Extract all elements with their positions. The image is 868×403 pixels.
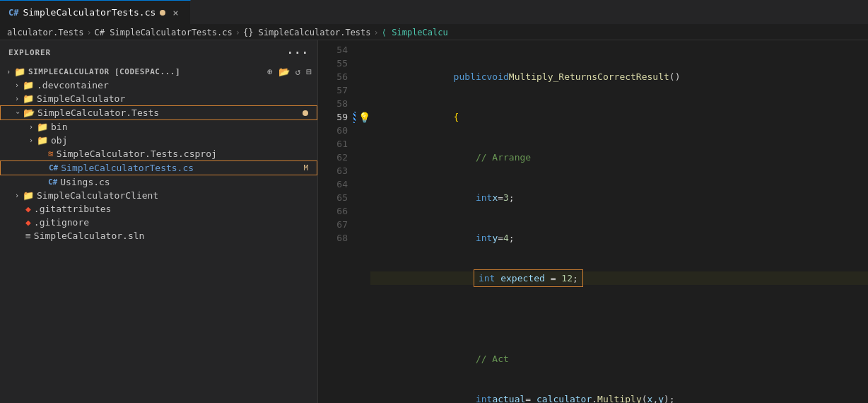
sidebar-item-devcontainer[interactable]: › 📁 .devcontainer xyxy=(0,78,317,92)
explorer-title: EXPLORER xyxy=(8,48,51,57)
devcontainer-label: .devcontainer xyxy=(37,80,317,90)
code-editor[interactable]: public void Multiply_ReturnsCorrectResul… xyxy=(370,43,868,403)
tab-modified-indicator xyxy=(160,10,165,16)
folder-arrow: › xyxy=(25,136,37,144)
code-gutter: 💡 xyxy=(353,43,370,403)
more-actions-icon[interactable]: ··· xyxy=(286,46,309,59)
code-line-55: { xyxy=(370,110,868,124)
line-numbers: 54 55 56 57 58 59 60 61 62 63 64 65 66 6… xyxy=(318,43,353,403)
folder-icon: 📁 xyxy=(37,135,48,146)
simplecalculator-label: SimpleCalculator xyxy=(37,93,317,104)
git-icon: ◆ xyxy=(25,204,31,214)
simplecalculatortests-cs-label: SimpleCalculatorTests.cs xyxy=(61,163,303,173)
folder-open-icon: 📂 xyxy=(23,107,35,118)
sidebar-item-gitattributes[interactable]: › ◆ .gitattributes xyxy=(0,202,317,216)
modified-badge: M xyxy=(303,163,308,173)
code-line-59: int expected = 12; xyxy=(370,271,868,285)
sidebar-item-gitignore[interactable]: › ◆ .gitignore xyxy=(0,216,317,229)
folder-icon: 📁 xyxy=(14,66,25,77)
usings-cs-label: Usings.cs xyxy=(60,177,317,187)
folder-arrow: › xyxy=(11,192,23,199)
root-actions: ⊕ 📂 ↺ ⊟ xyxy=(267,66,312,77)
breadcrumb-bar: alculator.Tests › C# SimpleCalculatorTes… xyxy=(0,25,868,40)
code-line-61: // Act xyxy=(370,352,868,366)
simplecalculatorclient-label: SimpleCalculatorClient xyxy=(37,190,317,201)
bin-label: bin xyxy=(51,122,317,132)
xml-icon: ≋ xyxy=(48,148,54,159)
folder-icon: 📁 xyxy=(23,93,34,104)
code-line-56: // Arrange xyxy=(370,151,868,164)
code-line-58: int y = 4; xyxy=(370,231,868,245)
sidebar-item-csproj[interactable]: › ≋ SimpleCalculator.Tests.csproj xyxy=(0,147,317,160)
editor-area: 54 55 56 57 58 59 60 61 62 63 64 65 66 6… xyxy=(318,40,868,403)
folder-arrow: › xyxy=(11,95,23,103)
cs-icon: C# xyxy=(49,163,58,173)
breadcrumb-part-2[interactable]: C# SimpleCalculatorTests.cs xyxy=(95,28,233,37)
sidebar-item-simplecalculator-tests[interactable]: › 📂 SimpleCalculator.Tests xyxy=(0,105,317,120)
gitignore-label: .gitignore xyxy=(34,217,317,228)
sln-icon: ≡ xyxy=(25,230,31,241)
gitattributes-label: .gitattributes xyxy=(34,204,317,214)
sln-label: SimpleCalculator.sln xyxy=(34,230,317,241)
breadcrumb-part-3[interactable]: {} SimpleCalculator.Tests xyxy=(243,28,371,37)
breadcrumb-part-4[interactable]: ⟨ SimpleCalcu xyxy=(382,28,448,37)
sidebar-item-sln[interactable]: › ≡ SimpleCalculator.sln xyxy=(0,229,317,243)
folder-icon: 📁 xyxy=(23,190,34,201)
sidebar-item-simplecalculatorclient[interactable]: › 📁 SimpleCalculatorClient xyxy=(0,189,317,202)
sidebar-item-bin[interactable]: › 📁 bin xyxy=(0,120,317,134)
sidebar-header-actions: ··· xyxy=(286,46,309,59)
code-line-57: int x = 3; xyxy=(370,191,868,204)
folder-arrow-open: › xyxy=(14,107,22,119)
sidebar-header: EXPLORER ··· xyxy=(0,40,317,65)
code-line-54: public void Multiply_ReturnsCorrectResul… xyxy=(370,70,868,83)
sidebar-item-simplecalculatortests-cs[interactable]: › C# SimpleCalculatorTests.cs M xyxy=(0,160,317,175)
code-line-62: int actual = _calculator.Multiply(x, y); xyxy=(370,392,868,403)
cs-file-icon: C# xyxy=(8,8,18,18)
csproj-label: SimpleCalculator.Tests.csproj xyxy=(57,148,317,159)
sidebar-root-folder[interactable]: › 📁 SIMPLECALCULATOR [CODESPAC...] ⊕ 📂 ↺… xyxy=(0,65,317,78)
folder-arrow: › xyxy=(25,123,37,131)
breadcrumb-part-1[interactable]: alculator.Tests xyxy=(7,28,83,37)
git-icon: ◆ xyxy=(25,217,31,228)
sidebar-item-simplecalculator[interactable]: › 📁 SimpleCalculator xyxy=(0,92,317,105)
explorer-tree: › 📁 SIMPLECALCULATOR [CODESPAC...] ⊕ 📂 ↺… xyxy=(0,65,317,403)
folder-arrow: › xyxy=(11,81,23,89)
sidebar-item-usings-cs[interactable]: › C# Usings.cs xyxy=(0,175,317,189)
folder-modified-indicator xyxy=(303,110,308,116)
code-container[interactable]: 54 55 56 57 58 59 60 61 62 63 64 65 66 6… xyxy=(318,40,868,403)
lightbulb-icon[interactable]: 💡 xyxy=(358,112,370,123)
folder-icon: 📁 xyxy=(23,80,34,90)
breakpoint-hatch xyxy=(353,112,356,123)
cs-icon: C# xyxy=(48,177,57,187)
tests-folder-label: SimpleCalculator.Tests xyxy=(37,107,303,118)
tab-bar: C# SimpleCalculatorTests.cs × xyxy=(0,0,868,25)
tab-close-button[interactable]: × xyxy=(170,6,181,20)
sidebar: EXPLORER ··· › 📁 SIMPLECALCULATOR [CODES… xyxy=(0,40,318,403)
sidebar-item-obj[interactable]: › 📁 obj xyxy=(0,134,317,147)
obj-label: obj xyxy=(51,135,317,146)
folder-icon: 📁 xyxy=(37,122,48,132)
code-line-60 xyxy=(370,312,868,325)
main-content: EXPLORER ··· › 📁 SIMPLECALCULATOR [CODES… xyxy=(0,40,868,403)
root-folder-label: SIMPLECALCULATOR [CODESPAC...] xyxy=(28,67,267,76)
editor-tab[interactable]: C# SimpleCalculatorTests.cs × xyxy=(0,0,191,24)
collapse-arrow: › xyxy=(3,68,14,76)
tab-filename: SimpleCalculatorTests.cs xyxy=(23,7,156,18)
